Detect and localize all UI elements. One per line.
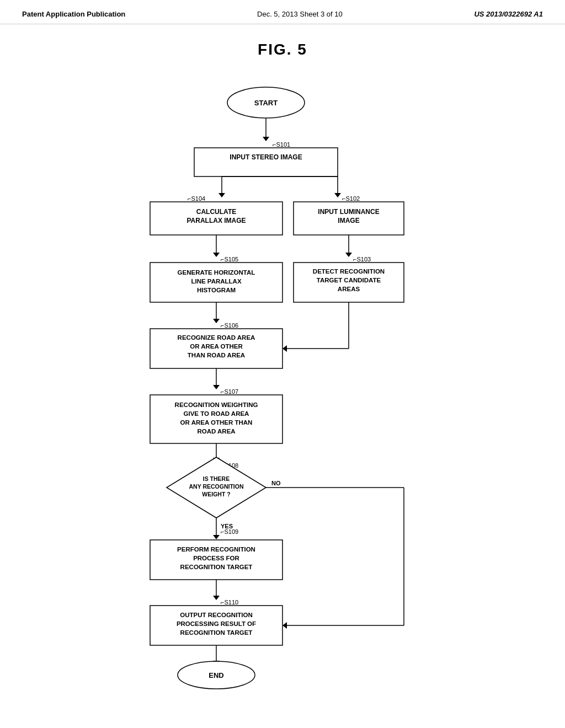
- s107-text-line2: GIVE TO ROAD AREA: [184, 410, 249, 417]
- svg-rect-3: [194, 148, 338, 176]
- s110-label: ⌐S110: [221, 599, 238, 606]
- s104-label: ⌐S104: [188, 195, 205, 202]
- svg-marker-2: [263, 137, 269, 141]
- s102-text-line2: IMAGE: [338, 217, 359, 224]
- s108-text-line2: ANY RECOGNITION: [189, 483, 244, 490]
- s107-text-line4: ROAD AREA: [197, 428, 235, 435]
- s110-text-line3: RECOGNITION TARGET: [180, 629, 253, 636]
- s101-label: ⌐S101: [273, 141, 290, 148]
- s107-text-line3: OR AREA OTHER THAN: [180, 419, 253, 426]
- s104-text-line2: PARALLAX IMAGE: [186, 217, 246, 224]
- flowchart-diagram: START ⌐S101 INPUT STEREO IMAGE ⌐S104 ⌐S1…: [95, 75, 470, 682]
- s102-text-line1: INPUT LUMINANCE: [318, 208, 379, 216]
- s103-text-line3: AREAS: [338, 286, 360, 292]
- end-label: END: [209, 671, 223, 679]
- s107-text-line1: RECOGNITION WEIGHTING: [175, 402, 258, 408]
- s108-text-line3: WEIGHT ?: [202, 491, 230, 497]
- s105-text-line1: GENERATE HORIZONTAL: [178, 269, 255, 276]
- s104-text-line1: CALCULATE: [196, 208, 236, 216]
- svg-marker-14: [345, 253, 352, 257]
- s109-text-line1: PERFORM RECOGNITION: [177, 546, 255, 553]
- s106-text-line1: RECOGNIZE ROAD AREA: [178, 334, 255, 341]
- svg-marker-5: [218, 193, 225, 197]
- svg-marker-22: [282, 345, 287, 352]
- header-publication: Patent Application Publication: [22, 10, 125, 18]
- s110-text-line2: PROCESSING RESULT OF: [177, 620, 256, 627]
- s102-label: ⌐S102: [342, 195, 360, 202]
- s101-text-line1: INPUT STEREO IMAGE: [230, 153, 302, 161]
- s107-label: ⌐S107: [221, 388, 238, 395]
- s108-text-line1: IS THERE: [203, 475, 230, 482]
- svg-marker-7: [334, 193, 341, 197]
- s106-text-line3: THAN ROAD AREA: [188, 352, 245, 358]
- svg-marker-38: [282, 622, 287, 629]
- s108-no-label: NO: [271, 480, 281, 486]
- start-label: START: [254, 99, 278, 107]
- s105-label: ⌐S105: [221, 256, 238, 263]
- header-date-sheet: Dec. 5, 2013 Sheet 3 of 10: [257, 10, 343, 18]
- s109-label: ⌐S109: [221, 528, 238, 535]
- svg-marker-12: [213, 253, 220, 257]
- svg-marker-30: [213, 535, 220, 539]
- s109-text-line2: PROCESS FOR: [193, 555, 239, 561]
- svg-marker-24: [213, 385, 220, 389]
- s103-text-line1: DETECT RECOGNITION: [313, 268, 385, 275]
- svg-marker-33: [213, 596, 220, 600]
- svg-marker-18: [213, 319, 220, 323]
- main-content: FIG. 5 START ⌐S101 INPUT STEREO IMAGE ⌐S…: [0, 24, 565, 698]
- s106-text-line2: OR AREA OTHER: [190, 343, 243, 350]
- page-header: Patent Application Publication Dec. 5, 2…: [0, 0, 565, 24]
- s103-text-line2: TARGET CANDIDATE: [317, 277, 381, 283]
- s110-text-line1: OUTPUT RECOGNITION: [180, 612, 253, 618]
- s103-label: ⌐S103: [353, 256, 371, 263]
- figure-title: FIG. 5: [258, 41, 307, 58]
- header-patent-number: US 2013/0322692 A1: [474, 10, 543, 18]
- s106-label: ⌐S106: [221, 322, 238, 329]
- s105-text-line2: LINE PARALLAX: [191, 278, 241, 285]
- s105-text-line3: HISTOGRAM: [197, 287, 236, 293]
- s109-text-line3: RECOGNITION TARGET: [180, 564, 253, 570]
